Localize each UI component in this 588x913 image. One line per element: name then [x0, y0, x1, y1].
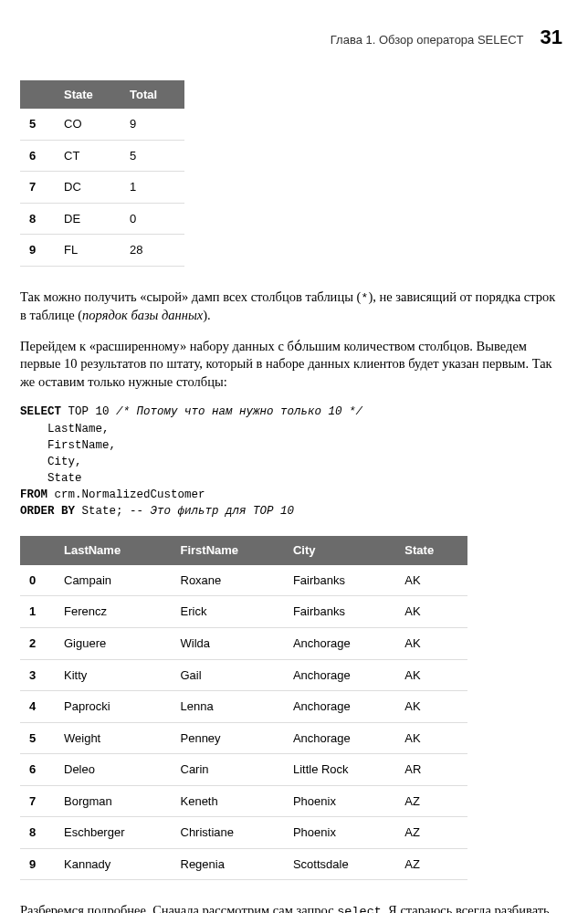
table-cell: AK — [395, 722, 467, 754]
table-cell: 6 — [20, 140, 55, 172]
table-cell: 5 — [20, 109, 55, 140]
column-header — [20, 536, 55, 565]
table-cell: Little Rock — [284, 754, 395, 786]
table-row: 4PaprockiLennaAnchorageAK — [20, 691, 467, 723]
paragraph-2: Перейдем к «расширенному» набору данных … — [20, 338, 562, 392]
table-cell: 5 — [20, 722, 55, 754]
table-cell: Eschberger — [55, 817, 172, 849]
table-cell: Carin — [172, 754, 284, 786]
table-row: 2GiguereWildaAnchorageAK — [20, 627, 467, 659]
table-cell: AR — [395, 754, 467, 786]
table-row: 1FerenczErickFairbanksAK — [20, 596, 467, 628]
table-cell: 4 — [20, 691, 55, 723]
table-cell: Anchorage — [284, 627, 395, 659]
sql-code-block: SELECT TOP 10 /* Потому что нам нужно то… — [20, 404, 562, 519]
code-text: State; — [75, 505, 130, 518]
table-cell: Penney — [172, 722, 284, 754]
table-cell: AZ — [395, 848, 467, 880]
table-cell: 1 — [20, 596, 55, 628]
page-number: 31 — [541, 24, 562, 51]
table-cell: 3 — [20, 659, 55, 691]
table-cell: AK — [395, 627, 467, 659]
code-line: FirstName, — [20, 439, 116, 452]
comment: /* Потому что нам нужно только 10 */ — [116, 405, 362, 418]
column-header: LastName — [55, 536, 172, 565]
table-cell: Phoenix — [284, 817, 395, 849]
table-cell: Keneth — [172, 785, 284, 817]
table-cell: Regenia — [172, 848, 284, 880]
column-header: FirstName — [172, 536, 284, 565]
table-cell: DC — [55, 172, 121, 204]
column-header: Total — [121, 80, 184, 110]
code-line: City, — [20, 456, 82, 468]
table-cell: Scottsdale — [284, 848, 395, 880]
table-cell: AK — [395, 691, 467, 723]
table-row: 6CT5 — [20, 140, 184, 172]
table-cell: Lenna — [172, 691, 284, 723]
table-cell: Deleo — [55, 754, 172, 786]
table-cell: 0 — [20, 565, 55, 596]
table-row: 5CO9 — [20, 109, 184, 140]
table-cell: AZ — [395, 817, 467, 849]
text: ). — [203, 308, 210, 322]
table-cell: DE — [55, 203, 121, 235]
table-row: 3KittyGailAnchorageAK — [20, 659, 467, 691]
table-cell: Fairbanks — [284, 565, 395, 596]
table-cell: Christiane — [172, 817, 284, 849]
table-cell: 5 — [121, 140, 184, 172]
table-cell: 7 — [20, 172, 55, 204]
table-row: 8DE0 — [20, 203, 184, 235]
code-line: LastName, — [20, 423, 110, 436]
table-cell: 28 — [121, 235, 184, 267]
column-header: State — [55, 80, 121, 110]
table-cell: Campain — [55, 565, 172, 596]
comment: -- Это фильтр для TOP 10 — [130, 505, 294, 518]
table-cell: 0 — [121, 203, 184, 235]
table-row: 7BorgmanKenethPhoenixAZ — [20, 785, 467, 817]
table-cell: 9 — [20, 848, 55, 880]
keyword: ORDER BY — [20, 505, 75, 518]
table-cell: Gail — [172, 659, 284, 691]
table-row: 7DC1 — [20, 172, 184, 204]
table-cell: Roxane — [172, 565, 284, 596]
text: Так можно получить «сырой» дамп всех сто… — [20, 289, 361, 304]
table-cell: Fairbanks — [284, 596, 395, 628]
table-cell: Giguere — [55, 627, 172, 659]
table-cell: Wilda — [172, 627, 284, 659]
page-header: Глава 1. Обзор оператора SELECT 31 — [20, 24, 562, 51]
table-cell: AK — [395, 659, 467, 691]
table-cell: 2 — [20, 627, 55, 659]
table-cell: Anchorage — [284, 691, 395, 723]
table-cell: FL — [55, 235, 121, 267]
table-cell: 7 — [20, 785, 55, 817]
code-text: crm.NormalizedCustomer — [47, 488, 205, 501]
inline-code-select: select — [337, 905, 382, 913]
table-row: 9KannadyRegeniaScottsdaleAZ — [20, 848, 467, 880]
table-cell: Paprocki — [55, 691, 172, 723]
table-cell: Phoenix — [284, 785, 395, 817]
code-line: State — [20, 472, 82, 485]
table-cell: Borgman — [55, 785, 172, 817]
table-row: 6DeleoCarinLittle RockAR — [20, 754, 467, 786]
table-customers: LastNameFirstNameCityState 0CampainRoxan… — [20, 536, 467, 880]
table-cell: CT — [55, 140, 121, 172]
table-cell: Anchorage — [284, 659, 395, 691]
keyword: FROM — [20, 488, 47, 501]
table-row: 8EschbergerChristianePhoenixAZ — [20, 817, 467, 849]
table-cell: Ferencz — [55, 596, 172, 628]
paragraph-1: Так можно получить «сырой» дамп всех сто… — [20, 289, 562, 325]
table-row: 0CampainRoxaneFairbanksAK — [20, 565, 467, 596]
table-cell: 1 — [121, 172, 184, 204]
table-cell: 8 — [20, 203, 55, 235]
table-row: 9FL28 — [20, 235, 184, 267]
code-text: TOP 10 — [61, 405, 116, 418]
paragraph-3: Разберемся подробнее. Сначала рассмотрим… — [20, 902, 562, 913]
table-cell: AZ — [395, 785, 467, 817]
table-cell: Kannady — [55, 848, 172, 880]
table-cell: 6 — [20, 754, 55, 786]
italic-term: порядок базы данных — [82, 308, 203, 322]
text: Разберемся подробнее. Сначала рассмотрим… — [20, 903, 337, 913]
column-header: City — [284, 536, 395, 565]
chapter-title: Глава 1. Обзор оператора SELECT — [331, 32, 524, 48]
table-cell: 8 — [20, 817, 55, 849]
